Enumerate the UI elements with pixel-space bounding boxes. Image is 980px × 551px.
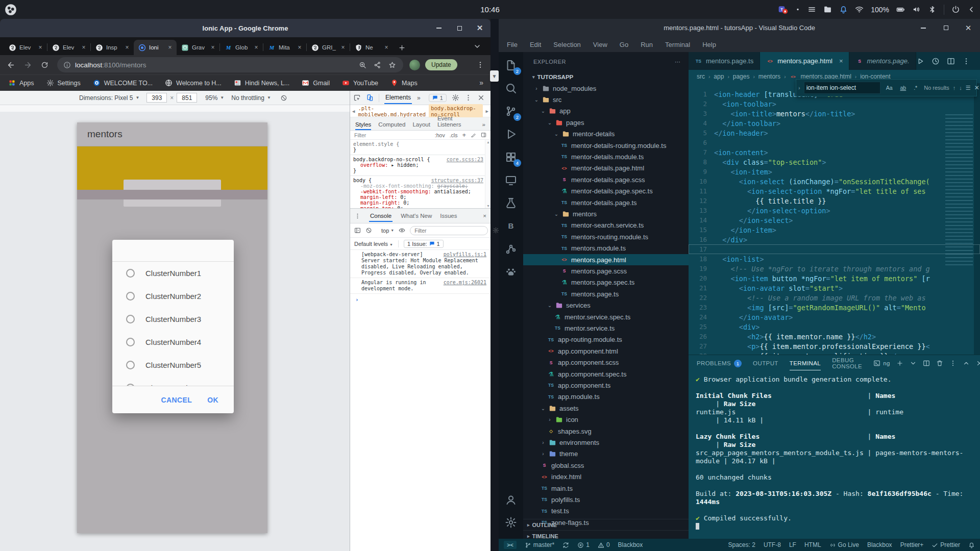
radio-option-clusternumber3[interactable]: ClusterNumber3: [112, 308, 234, 331]
devtools-settings-icon[interactable]: [452, 94, 459, 102]
activity-run-debug[interactable]: [503, 126, 519, 142]
menu-go[interactable]: Go: [620, 41, 628, 48]
browser-tab-ioni[interactable]: Ioni×: [134, 40, 177, 55]
tree-item-mentor-details[interactable]: ⌄mentor-details: [523, 129, 689, 140]
context-select[interactable]: top▼: [381, 228, 394, 234]
tree-item-theme[interactable]: ›theme: [523, 448, 689, 460]
teams-icon[interactable]: T: [778, 5, 788, 15]
tree-item-mentors-page-spec-ts[interactable]: ⚗mentors.page.spec.ts: [523, 277, 689, 288]
speaker-icon[interactable]: [912, 5, 921, 14]
css-selector[interactable]: element.style {: [353, 141, 399, 147]
folder-icon[interactable]: [823, 5, 832, 14]
code-line-5[interactable]: 5</ion-header>: [689, 128, 980, 138]
pane-tab-event-listeners[interactable]: Event Listeners: [437, 115, 475, 130]
tree-item-mentors-page-ts[interactable]: TSmentors.page.ts: [523, 288, 689, 299]
tree-item-global-scss[interactable]: Sglobal.scss: [523, 460, 689, 471]
css-property[interactable]: margin-right: 0;: [353, 200, 483, 206]
whole-word-toggle[interactable]: ab: [898, 84, 909, 92]
bookmark-star-icon[interactable]: [388, 61, 396, 69]
devtools-kebab-icon[interactable]: [464, 94, 472, 102]
tab-close-icon[interactable]: ×: [37, 44, 44, 51]
find-expand-icon[interactable]: ›: [798, 85, 800, 91]
throttling-select[interactable]: No throttling▼: [231, 94, 271, 102]
activity-remote-explorer[interactable]: [503, 172, 519, 188]
code-line-18[interactable]: 18 <ion-list>: [689, 254, 980, 264]
drawer-tab-issues[interactable]: Issues: [440, 213, 457, 219]
status-master*[interactable]: master*: [525, 541, 554, 548]
find-in-selection-icon[interactable]: ☰: [966, 85, 971, 91]
tree-item-mentors[interactable]: ⌄mentors: [523, 208, 689, 219]
browser-tab-grav[interactable]: Grav×: [177, 40, 219, 55]
menu-terminal[interactable]: Terminal: [665, 41, 690, 48]
editor-tab-mentors-page-[interactable]: Smentors.page.: [849, 52, 916, 70]
site-info-icon[interactable]: [63, 61, 71, 69]
panel-tab-terminal[interactable]: TERMINAL: [790, 356, 821, 370]
tab-close-icon[interactable]: ×: [80, 44, 87, 51]
code-line-11[interactable]: 11 <ion-select-option *ngFor="let title …: [689, 186, 980, 196]
activity-extensions[interactable]: 4: [503, 149, 519, 165]
menu-selection[interactable]: Selection: [553, 41, 580, 48]
code-line-10[interactable]: 10 <ion-select (ionChange)="onSessionTit…: [689, 177, 980, 186]
cancel-button[interactable]: CANCEL: [161, 396, 192, 404]
battery-icon[interactable]: [896, 5, 905, 14]
tree-item-pages[interactable]: ⌄pages: [523, 117, 689, 128]
menu-help[interactable]: Help: [702, 41, 716, 48]
tree-item-services[interactable]: ⌄services: [523, 300, 689, 311]
code-line-20[interactable]: 20 <ion-item button *ngFor="let item of …: [689, 273, 980, 283]
trash-icon[interactable]: [936, 360, 943, 367]
regex-toggle[interactable]: .*: [912, 84, 919, 92]
vscode-titlebar[interactable]: mentors.page.html - tutorsApp - Visual S…: [499, 19, 980, 37]
url-text[interactable]: localhost:8100/mentors: [75, 61, 146, 69]
reload-button[interactable]: [38, 59, 51, 71]
tree-item-mentor-details-module-ts[interactable]: TSmentor-details.module.ts: [523, 151, 689, 162]
code-line-17[interactable]: 17: [689, 244, 980, 254]
update-button[interactable]: Update: [425, 59, 457, 70]
menu-file[interactable]: File: [507, 41, 518, 48]
code-line-9[interactable]: 9 <ion-item>: [689, 167, 980, 177]
floating-pin-icon[interactable]: ▼: [490, 70, 499, 82]
tree-item-mentor-search-service-ts[interactable]: TSmentor-search.service.ts: [523, 220, 689, 231]
radio-option-clusternumber6[interactable]: ClusterNumber6: [112, 377, 234, 386]
bookmark-welcome-to[interactable]: WELCOME TO...: [93, 79, 153, 87]
class-toggle[interactable]: .cls: [450, 132, 458, 138]
activity-account[interactable]: [503, 492, 519, 508]
tree-item-index-html[interactable]: <>index.html: [523, 471, 689, 483]
tree-item-app-module-ts[interactable]: TSapp.module.ts: [523, 391, 689, 403]
console-message[interactable]: polyfills.js:1[webpack-dev-server] Serve…: [350, 250, 491, 278]
share-icon[interactable]: [374, 61, 381, 69]
browser-tab-elev[interactable]: Elev×: [4, 40, 47, 55]
kebab-icon[interactable]: [962, 57, 970, 65]
activity-test-flask[interactable]: [503, 195, 519, 211]
tree-item-shapes-svg[interactable]: ◇shapes.svg: [523, 425, 689, 437]
activity-bookmarks-b[interactable]: B: [503, 218, 519, 234]
dot-icon[interactable]: [795, 5, 800, 14]
code-line-16[interactable]: 16 </div>: [689, 235, 980, 244]
radio-option-clusternumber2[interactable]: ClusterNumber2: [112, 285, 234, 308]
tree-item-node-modules[interactable]: ›node_modules: [523, 83, 689, 94]
tree-item-mentor-details-page-ts[interactable]: TSmentor-details.page.ts: [523, 197, 689, 208]
breadcrumb-item[interactable]: .plt-mobileweb.md.hydrated: [358, 105, 426, 117]
tree-item-mentors-routing-module-ts[interactable]: TSmentors-routing.module.ts: [523, 231, 689, 242]
editor-tab-mentors-page-ts[interactable]: TSmentors.page.ts: [689, 52, 760, 70]
panel-tab-debug-console[interactable]: DEBUG CONSOLE: [832, 357, 862, 369]
minimize-button[interactable]: [433, 22, 445, 34]
pane-tab-layout[interactable]: Layout: [412, 121, 430, 130]
code-line-19[interactable]: 19 <!-- Use *ngFor to iterate through me…: [689, 264, 980, 273]
eye-icon[interactable]: [399, 227, 405, 234]
styles-pane[interactable]: element.style {}body.backdrop-no-scroll …: [350, 140, 491, 208]
status-go-live[interactable]: Go Live: [829, 541, 859, 548]
bookmark-maps[interactable]: Maps: [390, 79, 418, 87]
source-link[interactable]: core.mjs:26021: [444, 280, 486, 286]
throttle-block-icon[interactable]: [280, 94, 287, 102]
bookmarks-overflow[interactable]: »: [479, 79, 483, 87]
issues-chip[interactable]: 1 Issue: 1: [404, 240, 444, 248]
wifi-icon[interactable]: [855, 5, 864, 14]
drawer-tab-console[interactable]: Console: [369, 210, 393, 222]
terminal-profile-select[interactable]: ng: [873, 360, 890, 367]
activity-explorer[interactable]: 2: [503, 57, 519, 73]
tree-item-main-ts[interactable]: TSmain.ts: [523, 483, 689, 494]
console-filter-input[interactable]: [410, 226, 488, 235]
close-icon[interactable]: [976, 360, 980, 367]
zoom-icon[interactable]: [359, 61, 366, 69]
styles-scrollbar[interactable]: ▲▼: [485, 140, 491, 208]
